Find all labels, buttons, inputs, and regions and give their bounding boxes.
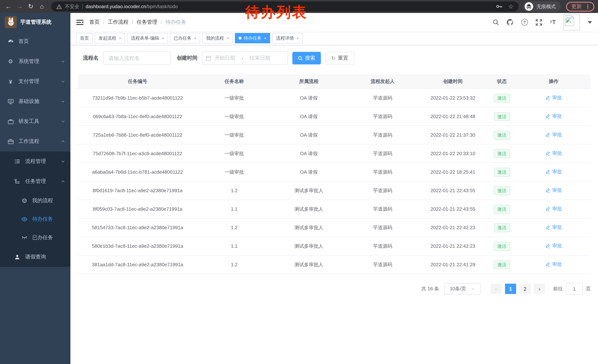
tab-form-edit[interactable]: 流程表单-编辑× (127, 33, 168, 43)
cell-starter: 芋道源码 (346, 144, 419, 163)
approve-link[interactable]: 审批 (546, 205, 562, 212)
search-button[interactable]: 搜索 (292, 52, 321, 65)
caret-down-icon[interactable] (588, 21, 592, 24)
sidebar-item-label: 系统管理 (18, 58, 39, 65)
next-page-button[interactable]: › (534, 284, 545, 294)
prev-page-button[interactable]: ‹ (490, 284, 502, 294)
cell-starter: 芋道源码 (346, 181, 419, 200)
approve-label: 审批 (552, 131, 562, 138)
update-button[interactable]: 更新 ⋮ (566, 2, 594, 11)
breadcrumb-current: 待办任务 (166, 19, 186, 25)
sidebar-item-devtools[interactable]: 研发工具 (0, 112, 70, 131)
approve-link[interactable]: 审批 (546, 187, 562, 194)
approve-link[interactable]: 审批 (546, 224, 562, 231)
breadcrumb-task-mgmt[interactable]: 任务管理 (137, 19, 158, 25)
cell-task-id: 725a1eb6-7b88-11ec-8ef0-acde48001122 (78, 126, 197, 144)
reload-icon[interactable]: ↻ (26, 2, 36, 11)
table-row: 580e1b3d-7ac8-11ec-a9e2-a2380e71991a 1.1… (78, 237, 590, 255)
close-icon[interactable]: × (119, 36, 121, 40)
cell-task-name: 1.2 (197, 181, 271, 200)
sidebar-item-system[interactable]: ⚙ 系统管理 (0, 51, 70, 72)
sidebar-item-workflow[interactable]: 工作流程 (0, 131, 70, 152)
content-area: 流程名 创建时间 开始日期 - 结束日期 搜索 ↻ (70, 45, 598, 364)
eye-closed-icon (21, 236, 27, 240)
cell-task-name: 1.2 (197, 255, 271, 274)
search-icon[interactable] (493, 19, 499, 25)
tags-view-bar: 首页 发起流程× 流程表单-编辑× 已办任务× 我的流程× 待办任务× 流程详情… (70, 32, 598, 45)
briefcase-icon (8, 139, 14, 144)
chevron-up-icon (61, 179, 65, 184)
table-header-row: 任务编号 任务名称 所属流程 流程发起人 创建时间 状态 操作 (78, 74, 590, 89)
tab-done-tasks[interactable]: 已办任务× (170, 33, 200, 43)
sidebar-item-label: 首页 (18, 38, 29, 45)
table-row: 725a1eb6-7b88-11ec-8ef0-acde48001122 一级审… (78, 126, 590, 144)
page-button-2[interactable]: 2 (519, 284, 531, 294)
sidebar-item-my-process[interactable]: 我的流程 (0, 191, 70, 210)
fullscreen-icon[interactable] (536, 19, 542, 25)
github-icon[interactable] (507, 19, 514, 25)
tab-home[interactable]: 首页 (76, 33, 93, 43)
status-badge: 激活 (494, 260, 510, 269)
date-range-picker[interactable]: 开始日期 - 结束日期 (202, 51, 288, 65)
cell-create-time: 2022-01-22 18:25:41 (419, 163, 487, 181)
cell-task-id: 069c6a63-7b8a-11ec-8ef0-acde48001122 (78, 107, 197, 126)
tab-my-process[interactable]: 我的流程× (202, 33, 233, 43)
breadcrumb-separator: / (132, 19, 133, 25)
approve-link[interactable]: 审批 (546, 169, 562, 175)
approve-link[interactable]: 审批 (546, 113, 562, 120)
sidebar-item-payment[interactable]: ¥ 支付管理 (0, 72, 70, 91)
close-icon[interactable]: × (264, 36, 266, 40)
approve-link[interactable]: 审批 (546, 131, 562, 138)
face-icon (21, 198, 27, 203)
avatar[interactable] (564, 14, 580, 30)
process-name-label: 流程名 (83, 55, 99, 61)
approve-link[interactable]: 审批 (546, 94, 562, 101)
help-icon[interactable]: ? (521, 19, 528, 25)
back-icon[interactable]: ← (4, 2, 13, 11)
sidebar-item-label: 请假查询 (25, 254, 46, 260)
cell-task-name: 1.1 (197, 200, 271, 218)
tab-todo-tasks[interactable]: 待办任务× (235, 33, 270, 43)
page-button-1[interactable]: 1 (505, 284, 516, 294)
approve-link[interactable]: 审批 (546, 261, 562, 268)
chevron-down-icon (61, 119, 65, 124)
process-name-input[interactable] (103, 51, 170, 65)
incognito-badge[interactable]: 无痕模式 (523, 1, 561, 12)
sidebar-item-todo-tasks[interactable]: 待办任务 (0, 210, 70, 228)
calendar-icon (206, 56, 211, 61)
hamburger-icon[interactable] (76, 19, 83, 25)
forward-icon[interactable]: → (15, 2, 25, 11)
close-icon[interactable]: × (162, 36, 164, 40)
filter-form: 流程名 创建时间 开始日期 - 结束日期 搜索 ↻ (83, 51, 590, 65)
col-starter: 流程发起人 (346, 74, 419, 89)
bookmark-star-icon[interactable]: ☆ (508, 3, 514, 10)
browser-menu-icon[interactable]: ⋮ (585, 3, 590, 10)
sidebar-item-home[interactable]: 首页 (0, 32, 70, 51)
close-icon[interactable]: × (194, 36, 197, 40)
chevron-down-icon (61, 59, 65, 64)
cell-task-name: 1.1 (197, 237, 271, 255)
page-size-select[interactable]: 10条/页 (444, 283, 481, 294)
sidebar-item-leave-query[interactable]: 请假查询 (0, 247, 70, 267)
font-size-icon[interactable]: TT (550, 19, 556, 25)
cell-create-time: 2022-01-21 22:42:23 (419, 237, 487, 255)
sidebar-item-infrastructure[interactable]: 基础设施 (0, 91, 70, 112)
key-icon[interactable] (496, 4, 502, 8)
close-icon[interactable]: × (296, 36, 299, 40)
sidebar-item-done-tasks[interactable]: 已办任务 (0, 228, 70, 247)
search-button-label: 搜索 (305, 55, 315, 61)
tab-start-process[interactable]: 发起流程× (95, 33, 125, 43)
breadcrumb-home[interactable]: 首页 (89, 19, 100, 25)
approve-link[interactable]: 审批 (546, 150, 562, 157)
sidebar-item-process-mgmt[interactable]: 流程管理 (0, 152, 70, 171)
home-icon[interactable]: ⌂ (37, 2, 47, 11)
reset-button[interactable]: ↻ 重置 (325, 52, 354, 65)
tab-process-detail[interactable]: 流程详情× (272, 33, 303, 43)
approve-link[interactable]: 审批 (546, 243, 562, 249)
sidebar-item-task-mgmt[interactable]: 任务管理 (0, 171, 70, 191)
breadcrumb-workflow[interactable]: 工作流程 (108, 19, 129, 25)
goto-page-input[interactable] (566, 283, 583, 295)
cell-starter: 芋道源码 (346, 237, 419, 255)
date-separator: - (241, 55, 243, 61)
close-icon[interactable]: × (227, 36, 229, 40)
